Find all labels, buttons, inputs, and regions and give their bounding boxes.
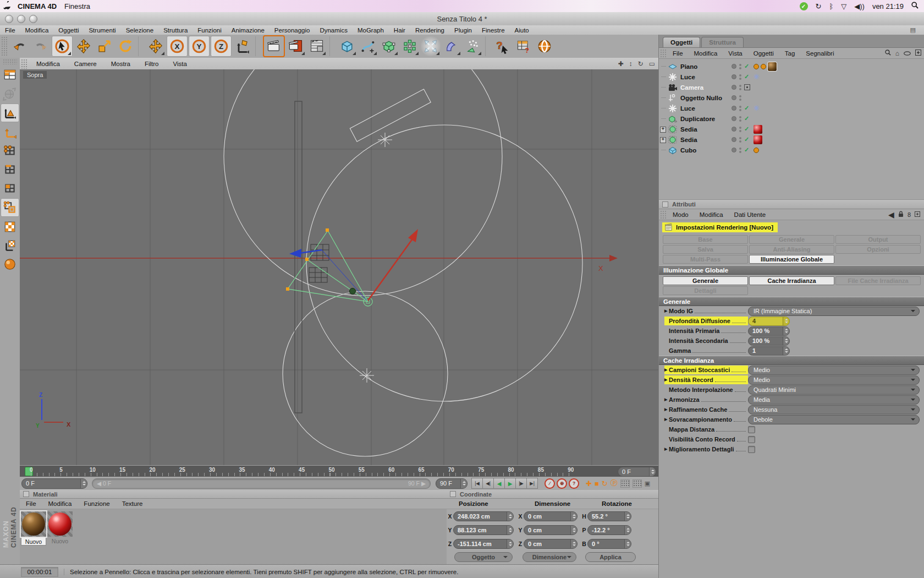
gamma-field[interactable]: 1 — [748, 346, 790, 356]
view-zoom-icon[interactable]: ↕ — [629, 60, 632, 68]
redo-icon[interactable] — [31, 36, 51, 56]
material-item[interactable]: Nuovo — [47, 511, 73, 546]
menu-item[interactable]: Dynamics — [315, 27, 352, 34]
tab-salva[interactable]: Salva — [663, 245, 748, 254]
panel-checkbox-icon[interactable] — [662, 201, 668, 208]
content-browser-icon[interactable] — [535, 36, 554, 56]
rot-p-field[interactable]: -12.2 ° — [587, 525, 631, 535]
key-position-icon[interactable]: ✚ — [586, 479, 592, 488]
tab-opzioni[interactable]: Opzioni — [835, 245, 921, 254]
om-menu-file[interactable]: File — [667, 50, 689, 57]
visibilita-conto-record-checkbox[interactable] — [748, 436, 755, 443]
spline-tool-icon[interactable] — [358, 36, 378, 56]
coord-mode-dropdown[interactable]: Oggetto — [454, 552, 513, 562]
active-app-name[interactable]: CINEMA 4D — [18, 2, 57, 10]
tab-illuminazione-globale[interactable]: Illuminazione Globale — [749, 255, 834, 264]
autokey-icon[interactable]: ⊕ — [557, 478, 567, 489]
panel-checkbox-icon[interactable] — [23, 491, 29, 497]
scale-tool-icon[interactable] — [95, 36, 114, 56]
om-eye-icon[interactable] — [904, 50, 911, 57]
intensita-secondaria-field[interactable]: 100 % — [748, 336, 790, 346]
edges-mode-icon[interactable] — [1, 161, 19, 178]
coordinates-header[interactable]: Coordinate — [447, 490, 658, 499]
dim-x-field[interactable]: 0 cm — [524, 511, 578, 521]
attributes-header[interactable]: Attributi — [659, 200, 924, 209]
vp-menu-mostra[interactable]: Mostra — [104, 61, 138, 67]
attr-grip[interactable] — [660, 210, 666, 219]
shade-icon[interactable]: ▤ — [905, 26, 921, 34]
menu-item[interactable]: Plugin — [449, 27, 477, 34]
tab-oggetti[interactable]: Oggetti — [663, 37, 700, 47]
phong-tag-icon[interactable] — [754, 148, 759, 153]
materials-header[interactable]: Materiali — [20, 490, 447, 499]
intensita-primaria-field[interactable]: 100 % — [748, 326, 790, 336]
frame-range-slider[interactable]: ◀ 0 F 90 F ▶ — [92, 478, 431, 489]
object-row-luce2[interactable]: Luce ✓ ✳ — [659, 103, 924, 113]
end-frame-field[interactable]: 90 F — [436, 478, 468, 489]
view-maximize-icon[interactable]: ▭ — [649, 60, 655, 68]
undo-icon[interactable] — [10, 36, 30, 56]
menu-item[interactable]: Personaggio — [270, 27, 315, 34]
modo-ig-dropdown[interactable]: IR (Immagine Statica) — [748, 307, 920, 316]
last-tool-icon[interactable] — [146, 36, 166, 56]
vp-menu-vista[interactable]: Vista — [166, 61, 194, 67]
menu-item[interactable]: Aiuto — [510, 27, 534, 34]
rotate-tool-icon[interactable] — [116, 36, 135, 56]
lock-icon[interactable] — [898, 211, 904, 219]
polygons-mode-icon[interactable] — [1, 179, 19, 197]
texture-mode-icon[interactable] — [1, 218, 19, 236]
render-settings-object[interactable]: Impostazioni Rendering [Nuovo] — [662, 222, 778, 232]
om-menu-modifica[interactable]: Modifica — [689, 50, 723, 57]
dim-y-field[interactable]: 0 cm — [524, 525, 578, 535]
texture-axis-mode-icon[interactable] — [1, 237, 19, 254]
layout-icon[interactable] — [1, 66, 19, 84]
record-key-icon[interactable]: ∕ — [544, 478, 555, 489]
object-axis-mode-icon[interactable] — [1, 123, 19, 141]
size-mode-dropdown[interactable]: Dimensione — [522, 552, 576, 562]
object-row-sedia2[interactable]: Sedia ✓ — [659, 134, 924, 145]
tab-struttura[interactable]: Struttura — [701, 37, 744, 47]
rot-h-field[interactable]: 55.2 ° — [587, 511, 631, 521]
current-frame-field[interactable]: 0 F — [21, 478, 87, 489]
goto-start-button[interactable]: |◀ — [471, 478, 483, 489]
attr-menu-modo[interactable]: Modo — [667, 211, 694, 218]
menu-item[interactable]: MoGraph — [353, 27, 389, 34]
model-mode-icon[interactable] — [1, 103, 19, 122]
menu-item[interactable]: Funzioni — [193, 27, 226, 34]
om-menu-oggetti[interactable]: Oggetti — [748, 50, 779, 57]
goto-end-button[interactable]: ▶| — [526, 478, 538, 489]
array-object-icon[interactable] — [400, 36, 420, 56]
menubar-clock[interactable]: ven 21:19 — [872, 2, 904, 10]
material-item[interactable]: Nuovo — [21, 511, 46, 546]
light-tag-icon[interactable]: ✳ — [754, 105, 760, 112]
object-row-duplicatore[interactable]: Duplicatore ✓ — [659, 113, 924, 124]
vp-menu-modifica[interactable]: Modifica — [29, 61, 67, 67]
snap-grid-icon[interactable] — [620, 479, 630, 488]
menu-item[interactable]: File — [0, 27, 20, 34]
tab-multi-pass[interactable]: Multi-Pass — [663, 255, 748, 264]
axis-z-lock-icon[interactable]: Z — [211, 36, 232, 57]
shaded-sphere-icon[interactable] — [1, 255, 19, 273]
axis-y-lock-icon[interactable]: Y — [189, 36, 210, 57]
object-row-luce[interactable]: Luce ✓ ✳ — [659, 72, 924, 82]
render-settings-icon[interactable] — [307, 36, 327, 56]
material-tag-icon[interactable] — [754, 125, 762, 134]
hypernurbs-icon[interactable] — [379, 36, 399, 56]
live-selection-icon[interactable] — [52, 36, 73, 57]
commander-icon[interactable]: ? — [514, 36, 534, 56]
menu-item[interactable]: Selezione — [121, 27, 159, 34]
materials-menu-item[interactable]: Modifica — [42, 500, 78, 507]
points-mode-icon[interactable] — [1, 142, 19, 160]
densita-record-dropdown[interactable]: Medio — [748, 375, 920, 385]
axis-x-lock-icon[interactable]: X — [167, 36, 188, 57]
stepper-icon[interactable] — [460, 479, 467, 488]
play-backward-button[interactable]: ◀ — [493, 478, 505, 489]
pos-z-field[interactable]: -151.114 cm — [453, 539, 514, 549]
stepper-icon[interactable] — [649, 467, 656, 476]
menu-item[interactable]: Modifica — [20, 27, 54, 34]
metodo-interpolazione-dropdown[interactable]: Quadrati Minimi — [748, 385, 920, 395]
expand-icon[interactable] — [660, 137, 666, 143]
dim-z-field[interactable]: 0 cm — [524, 539, 578, 549]
viewport-grip[interactable] — [21, 59, 28, 69]
toolbar-grip[interactable] — [1, 36, 8, 56]
